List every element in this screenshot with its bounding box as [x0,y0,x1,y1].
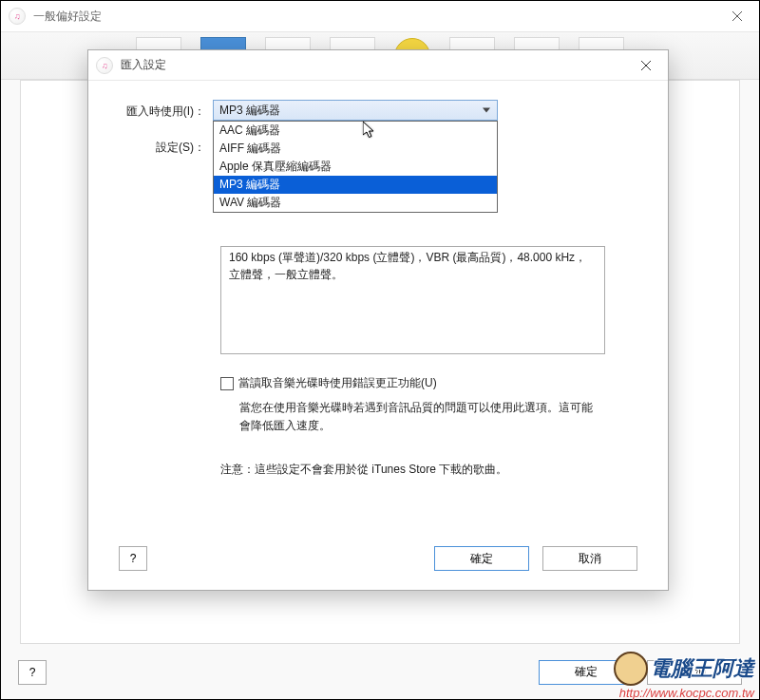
encoder-combo-display[interactable]: MP3 編碼器 [213,100,498,121]
close-button[interactable] [715,1,759,32]
itunes-icon [9,8,26,25]
import-using-label: 匯入時使用(I)： [123,100,213,120]
note-text: 注意：這些設定不會套用於從 iTunes Store 下載的歌曲。 [220,462,634,478]
inner-titlebar: 匯入設定 [88,50,668,81]
combo-option-mp3[interactable]: MP3 編碼器 [214,176,497,194]
outer-window-title: 一般偏好設定 [33,9,715,25]
window-controls [715,1,759,32]
encoder-description: 160 kbps (單聲道)/320 kbps (立體聲)，VBR (最高品質)… [220,246,605,354]
encoder-combo-list: AAC 編碼器 AIFF 編碼器 Apple 保真壓縮編碼器 MP3 編碼器 W… [213,121,498,213]
outer-titlebar: 一般偏好設定 [1,1,759,32]
inner-footer: ? 確定 取消 [119,546,637,571]
combo-option-aiff[interactable]: AIFF 編碼器 [214,140,497,158]
error-correction-label: 當讀取音樂光碟時使用錯誤更正功能(U) [238,375,437,391]
error-correction-row[interactable]: 當讀取音樂光碟時使用錯誤更正功能(U) [220,375,634,391]
error-correction-help: 當您在使用音樂光碟時若遇到音訊品質的問題可以使用此選項。這可能會降低匯入速度。 [239,399,634,435]
outer-footer: ? 確定 取消 [18,656,742,688]
error-correction-checkbox[interactable] [220,377,234,390]
inner-body: 匯入時使用(I)： MP3 編碼器 AAC 編碼器 AIFF 編碼器 Apple… [88,81,668,495]
combo-option-apple[interactable]: Apple 保真壓縮編碼器 [214,158,497,176]
combo-option-aac[interactable]: AAC 編碼器 [214,122,497,140]
inner-close-button[interactable] [624,50,668,81]
outer-help-button[interactable]: ? [18,660,47,685]
inner-help-button[interactable]: ? [119,546,147,571]
inner-ok-button[interactable]: 確定 [434,546,529,571]
outer-cancel-button[interactable]: 取消 [647,660,742,685]
inner-window-title: 匯入設定 [121,57,624,73]
encoder-combo[interactable]: MP3 編碼器 AAC 編碼器 AIFF 編碼器 Apple 保真壓縮編碼器 M… [213,100,498,121]
inner-cancel-button[interactable]: 取消 [542,546,637,571]
setting-label: 設定(S)： [123,136,213,156]
combo-option-wav[interactable]: WAV 編碼器 [214,194,497,212]
import-settings-dialog: 匯入設定 匯入時使用(I)： MP3 編碼器 AAC 編碼器 AIFF 編碼器 … [87,49,669,591]
itunes-icon [96,57,113,74]
outer-ok-button[interactable]: 確定 [539,660,634,685]
